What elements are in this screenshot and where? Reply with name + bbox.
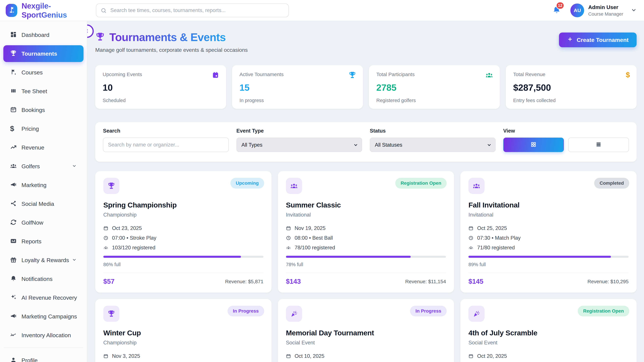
event-type-select[interactable]: All Types [236,138,362,152]
grid-view-button[interactable] [503,138,564,152]
sidebar-item-pricing[interactable]: $ Pricing [3,120,84,137]
sidebar-item-golfers[interactable]: Golfers [3,158,84,175]
sidebar-item-label: Reports [22,238,42,245]
avatar-initials: AU [574,7,581,13]
bell-icon [10,275,17,283]
sidebar-item-inventory-allocation[interactable]: Inventory Allocation [3,327,84,344]
stat-card-upcoming-events: Upcoming Events 10 Scheduled [95,65,226,109]
bell-icon [552,12,561,15]
sidebar-item-revenue[interactable]: Revenue [3,139,84,156]
trophy-icon [103,178,120,194]
tournament-card-4th-of-july[interactable]: Registration Open 4th of July Scramble S… [460,299,636,362]
tournament-time-format: 07:30 • Match Play [477,235,520,241]
registration-progress-fill [468,256,611,258]
sidebar-item-bookings[interactable]: Bookings [3,102,84,118]
tournament-date: Oct 23, 2025 [112,225,142,231]
global-search-input[interactable] [96,3,289,17]
sidebar-item-dashboard[interactable]: Dashboard [3,26,84,43]
sidebar-item-marketing[interactable]: Marketing [3,177,84,193]
sidebar-item-label: GolfNow [22,219,43,226]
registration-progress-bar [468,256,628,258]
dollar-icon: $ [10,125,17,132]
stat-caption: In progress [240,98,356,103]
entry-price: $57 [103,278,114,285]
create-tournament-button[interactable]: Create Tournament [559,32,636,47]
fill-percent-label: 86% full [103,262,264,267]
tournament-registered-row: 103/120 registered [103,245,264,251]
entry-price: $145 [468,278,483,285]
users-icon [468,245,474,250]
list-view-button[interactable] [568,138,629,152]
fill-percent-label: 78% full [286,262,446,267]
user-role: Course Manager [588,11,623,17]
trend-sparkle-icon [10,332,17,339]
tournament-card-summer-classic[interactable]: Registration Open Summer Classic Invitat… [278,171,454,293]
sidebar-item-reports[interactable]: Reports [3,233,84,250]
filter-panel: Search Event Type All Types Status [95,122,636,162]
tournament-type: Invitational [286,212,446,218]
avatar[interactable]: AU [570,3,584,17]
tournament-card-memorial-day[interactable]: In Progress Memorial Day Tournament Soci… [278,299,454,362]
tournament-date: Oct 20, 2025 [477,353,507,359]
sidebar-item-label: Inventory Allocation [22,332,71,339]
sidebar-item-label: Marketing [22,182,46,188]
tournament-time-format: 08:00 • Best Ball [295,235,333,241]
tournament-date-row: Oct 23, 2025 [103,225,264,231]
sidebar-item-label: Revenue [22,144,44,151]
sidebar-item-golfnow[interactable]: GolfNow [3,214,84,231]
dashboard-icon [10,31,17,38]
sidebar-item-notifications[interactable]: Notifications [3,271,84,287]
sidebar-item-label: Pricing [22,125,39,132]
trending-up-icon [10,144,17,151]
registration-progress-fill [286,256,411,258]
stat-card-total-participants: Total Participants 2785 Registered golfe… [369,65,500,109]
sidebar-item-loyalty-rewards[interactable]: Loyalty & Rewards [3,252,84,269]
sidebar-item-label: Tee Sheet [22,88,47,94]
status-badge: Upcoming [230,178,264,189]
stat-value: 15 [240,82,356,93]
stat-card-active-tournaments: Active Tournaments 15 In progress [232,65,363,109]
sidebar-item-label: Courses [22,69,43,76]
tournament-name: Winter Cup [103,329,264,337]
clock-icon [468,236,474,241]
tournament-card-spring-championship[interactable]: Upcoming Spring Championship Championshi… [95,171,272,293]
tournament-date: Nov 19, 2025 [295,225,326,231]
fill-percent-label: 89% full [468,262,628,267]
sidebar-collapse-button[interactable] [87,24,94,38]
status-select[interactable]: All Statuses [370,138,496,152]
tournament-date-row: Nov 19, 2025 [286,225,446,231]
sidebar-item-courses[interactable]: Courses [3,64,84,81]
tournament-type: Invitational [468,212,628,218]
grid-view-icon [530,141,536,148]
user-menu-chevron-down-icon[interactable] [630,7,637,14]
tournament-card-winter-cup[interactable]: In Progress Winter Cup Championship Nov … [95,299,272,362]
sidebar-item-tournaments[interactable]: Tournaments [3,45,84,62]
sidebar-item-marketing-campaigns[interactable]: Marketing Campaigns [3,308,84,325]
sidebar-item-tee-sheet[interactable]: Tee Sheet [3,83,84,99]
party-popper-icon [468,306,484,322]
sidebar-item-label: Tournaments [22,50,57,57]
golf-flag-icon [8,6,15,14]
status-badge: In Progress [228,306,264,317]
notifications-button[interactable]: 12 [552,6,561,15]
revenue-label: Revenue: $11,154 [405,279,446,284]
bar-chart-icon [10,238,17,245]
filter-search-input[interactable] [103,138,229,152]
status-badge: Registration Open [578,306,629,317]
registration-progress-bar [286,256,446,258]
filter-event-type-label: Event Type [236,128,362,134]
tournament-date-row: Oct 25, 2025 [468,225,628,231]
status-badge: In Progress [410,306,446,317]
stat-value: 10 [103,82,219,93]
sidebar-item-ai-revenue-recovery[interactable]: AI Revenue Recovery [3,289,84,306]
sidebar: Dashboard Tournaments Courses Tee Sheet … [0,21,87,362]
sidebar-item-label: AI Revenue Recovery [22,295,77,301]
stat-caption: Scheduled [103,98,219,103]
user-name: Admin User [588,4,623,10]
sidebar-item-label: Notifications [22,276,52,282]
tournament-card-fall-invitational[interactable]: Completed Fall Invitational Invitational… [460,171,636,293]
tournament-type: Social Event [468,340,628,346]
sidebar-item-profile[interactable]: Profile [3,352,84,362]
sidebar-item-label: Loyalty & Rewards [22,257,69,264]
sidebar-item-social-media[interactable]: Social Media [3,195,84,212]
